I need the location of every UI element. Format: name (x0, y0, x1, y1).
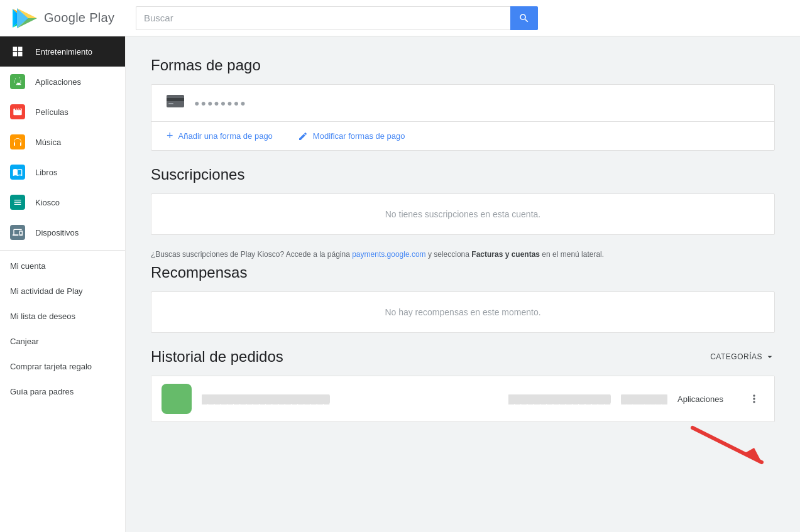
edit-icon (298, 131, 308, 141)
search-input[interactable] (136, 6, 510, 30)
card-number: ●●●●●●●● (194, 98, 247, 108)
order-app-icon (162, 384, 192, 414)
device-icon (10, 225, 25, 240)
order-history-card: ████████████████████ ████████████████ ██… (151, 376, 775, 422)
order-category: Aplicaciones (677, 394, 734, 404)
sidebar-link-activity[interactable]: Mi actividad de Play (0, 278, 125, 303)
order-history-header: Historial de pedidos CATEGORÍAS (151, 348, 775, 366)
book-icon (10, 165, 25, 180)
order-row: ████████████████████ ████████████████ ██… (151, 376, 774, 421)
sidebar-item-devices[interactable]: Dispositivos (0, 217, 125, 247)
order-date: ████████████████ (508, 394, 611, 404)
sidebar-link-account[interactable]: Mi cuenta (0, 253, 125, 278)
sidebar-top-label: Entretenimiento (35, 47, 92, 57)
order-price: ████████ (621, 394, 667, 404)
rewards-title: Recompensas (151, 264, 775, 281)
movie-icon (10, 104, 25, 119)
sidebar-link-gift[interactable]: Comprar tarjeta regalo (0, 354, 125, 379)
plus-icon: + (167, 129, 173, 143)
headphone-icon (10, 134, 25, 149)
sidebar-movies-label: Películas (35, 107, 68, 117)
svg-rect-10 (168, 103, 173, 104)
google-play-icon (15, 6, 39, 30)
sidebar-wishlist-label: Mi lista de deseos (10, 312, 75, 321)
payment-actions: + Añadir una forma de pago Modificar for… (151, 122, 774, 150)
sidebar-music-label: Música (35, 138, 61, 147)
subscriptions-title: Suscripciones (151, 166, 775, 183)
sidebar-account-label: Mi cuenta (10, 261, 45, 271)
svg-line-11 (693, 428, 762, 462)
sidebar: Entretenimiento Aplicaciones Películas (0, 36, 126, 532)
chevron-down-icon (765, 352, 775, 362)
add-payment-button[interactable]: + Añadir una forma de pago (167, 129, 273, 143)
sidebar-redeem-label: Canjear (10, 337, 39, 346)
add-payment-label: Añadir una forma de pago (178, 131, 273, 141)
sidebar-parental-label: Guía para padres (10, 387, 74, 396)
payment-card: ●●●●●●●● + Añadir una forma de pago Modi… (151, 84, 775, 151)
edit-payment-label: Modificar formas de pago (313, 131, 405, 141)
header: Google Play (0, 0, 800, 36)
red-arrow-annotation (680, 415, 781, 478)
sidebar-link-parental[interactable]: Guía para padres (0, 379, 125, 404)
more-vert-icon (748, 393, 760, 405)
sidebar-link-wishlist[interactable]: Mi lista de deseos (0, 303, 125, 328)
rewards-empty-text: No hay recompensas en este momento. (385, 307, 540, 317)
main-content: Formas de pago ●●●●●●●● + Añadir una for… (126, 36, 800, 532)
subscriptions-card: No tienes suscripciones en esta cuenta. (151, 193, 775, 235)
sidebar-item-music[interactable]: Música (0, 127, 125, 157)
order-app-name: ████████████████████ (202, 394, 498, 404)
sidebar-devices-label: Dispositivos (35, 228, 79, 237)
sidebar-divider (0, 250, 125, 251)
subscriptions-empty-text: No tienes suscripciones en esta cuenta. (385, 209, 540, 219)
subscriptions-info: ¿Buscas suscripciones de Play Kiosco? Ac… (151, 250, 775, 259)
order-menu-button[interactable] (744, 389, 764, 409)
svg-rect-9 (167, 98, 184, 101)
payment-method-row: ●●●●●●●● (151, 85, 774, 122)
search-container (136, 6, 538, 30)
categories-label: CATEGORÍAS (710, 352, 762, 361)
sidebar-kiosk-label: Kiosco (35, 198, 60, 207)
rewards-card: No hay recompensas en este momento. (151, 291, 775, 333)
sidebar-item-kiosk[interactable]: Kiosco (0, 187, 125, 217)
search-icon (518, 13, 530, 24)
sidebar-item-apps[interactable]: Aplicaciones (0, 67, 125, 97)
subscriptions-empty: No tienes suscripciones en esta cuenta. (151, 194, 774, 234)
logo-text: Google Play (44, 11, 114, 25)
grid-icon (10, 44, 25, 59)
layout: Entretenimiento Aplicaciones Películas (0, 36, 800, 532)
sidebar-link-redeem[interactable]: Canjear (0, 328, 125, 354)
sidebar-books-label: Libros (35, 168, 57, 177)
sidebar-apps-label: Aplicaciones (35, 77, 81, 87)
kiosk-icon (10, 195, 25, 210)
sidebar-activity-label: Mi actividad de Play (10, 286, 83, 296)
edit-payment-button[interactable]: Modificar formas de pago (298, 131, 405, 141)
sidebar-item-movies[interactable]: Películas (0, 97, 125, 127)
sidebar-gift-label: Comprar tarjeta regalo (10, 362, 92, 371)
payment-title: Formas de pago (151, 57, 775, 74)
sidebar-item-books[interactable]: Libros (0, 157, 125, 187)
search-button[interactable] (510, 6, 538, 30)
logo: Google Play (10, 6, 136, 30)
rewards-empty: No hay recompensas en este momento. (151, 292, 774, 332)
payments-link[interactable]: payments.google.com (352, 250, 425, 259)
svg-marker-12 (743, 448, 762, 462)
android-icon (10, 74, 25, 89)
credit-card-icon (167, 95, 184, 111)
categories-button[interactable]: CATEGORÍAS (710, 352, 775, 362)
order-history-title: Historial de pedidos (151, 348, 283, 366)
sidebar-item-home[interactable]: Entretenimiento (0, 36, 125, 67)
